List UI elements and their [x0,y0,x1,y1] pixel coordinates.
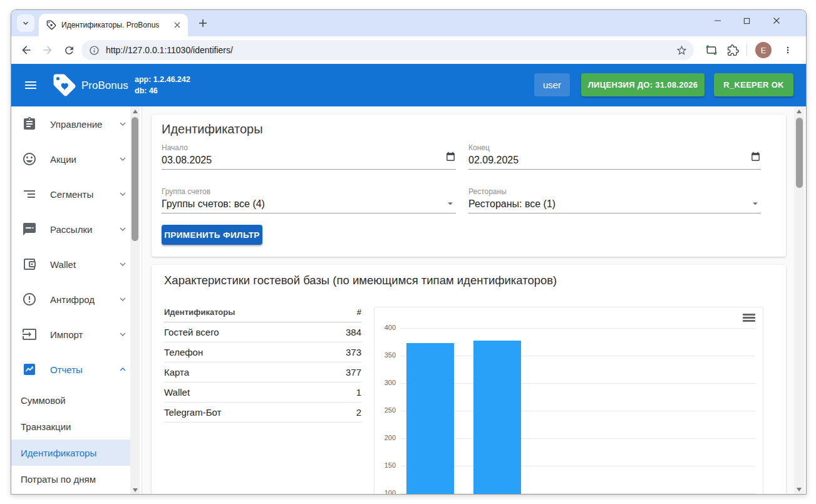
new-tab-button[interactable] [195,16,210,31]
sidebar-item-akcii[interactable]: Акции [11,141,142,177]
profile-avatar[interactable]: E [755,42,772,58]
chevron-up-icon [118,364,128,374]
app-header: ProBonus app: 1.2.46.242 db: 46 user ЛИЦ… [11,64,806,106]
bookmark-star-icon[interactable] [676,44,688,56]
table-header-count: # [357,307,361,317]
date-start-field[interactable]: Начало 03.08.2025 [162,143,456,152]
page-scrollbar[interactable] [794,106,804,495]
account-groups-value: Группы счетов: все (4) [162,198,265,210]
refresh-button[interactable] [60,41,78,59]
chart-ytick-label: 200 [374,434,396,441]
sidebar-item-antifraud[interactable]: Антифрод [11,282,142,317]
chevron-down-icon [118,189,128,199]
sidebar-item-label: Импорт [50,329,83,340]
site-info-icon [89,45,100,56]
message-icon [22,222,37,237]
scroll-down-arrow[interactable] [130,485,140,495]
window-close-button[interactable] [763,10,790,31]
chevron-down-icon [118,154,128,164]
date-end-field[interactable]: Конец 02.09.2025 [468,143,761,152]
maximize-icon [743,18,750,24]
chevron-down-icon [21,19,30,28]
back-button[interactable] [18,41,35,59]
scroll-up-arrow[interactable] [130,106,140,116]
arrow-forward-icon [41,44,54,56]
chart-ytick-label: 150 [374,461,396,469]
report-card: Характеристики гостевой базы (по имеющим… [152,265,786,495]
calendar-icon[interactable] [750,152,761,165]
browser-menu-button[interactable] [779,41,797,59]
arrow-back-icon [20,44,33,56]
address-bar[interactable]: http://127.0.0.1:11030/identifiers/ [81,40,694,60]
frame-capture-icon [705,44,718,56]
sidebar-item-label: Управление [50,119,102,130]
sidebar-item-otchety[interactable]: Отчеты [11,352,142,387]
field-label: Рестораны [468,187,761,196]
sidebar-item-upravlenie[interactable]: Управление [11,106,142,141]
tab-favicon-tag-icon [46,20,56,30]
sidebar-scrollbar[interactable] [130,106,140,495]
row-value: 1 [356,387,361,398]
sidebar-toggle-button[interactable] [23,78,39,93]
window-minimize-button[interactable] [704,10,731,31]
calendar-icon[interactable] [445,152,456,165]
import-icon [22,327,37,342]
sidebar-item-wallet[interactable]: Wallet [11,247,142,282]
row-label: Telegram-Бот [164,407,221,418]
chart-context-menu-button[interactable] [743,314,755,324]
chevron-down-icon [118,329,128,339]
date-start-value: 03.08.2025 [162,155,212,166]
chevron-down-icon [118,119,128,129]
sidebar-subitem-summovoj[interactable]: Суммовой [11,387,130,413]
table-row: Телефон 373 [164,342,361,363]
window-maximize-button[interactable] [733,10,760,31]
account-groups-select[interactable]: Группа счетов Группы счетов: все (4) [162,187,456,196]
url-text: http://127.0.0.1:11030/identifiers/ [106,45,676,55]
sidebar-item-import[interactable]: Импорт [11,317,142,352]
row-value: 2 [356,407,361,418]
rkeeper-status-button[interactable]: R_KEEPER OK [714,73,793,96]
section-title: Характеристики гостевой базы (по имеющим… [164,274,557,287]
toolbar-divider [746,44,747,56]
table-row: Карта 377 [164,363,361,383]
chart-container: 400350300250200150100500 [374,307,763,495]
apply-filter-button[interactable]: ПРИМЕНИТЬ ФИЛЬТР [162,225,262,245]
page-content: Управление Акции Сегменты Рассылки Walle [11,106,806,495]
sidebar-item-rassylki[interactable]: Рассылки [11,212,142,247]
table-row: Wallet 1 [164,383,361,403]
tab-close-icon[interactable] [172,19,183,31]
row-value: 384 [346,327,361,337]
alert-circle-icon [22,292,37,307]
table-header-identifiers: Идентификаторы [164,307,235,317]
tab-search-button[interactable] [17,14,34,32]
sidebar-item-label: Отчеты [50,364,83,375]
extensions-button[interactable] [724,41,741,59]
hamburger-icon [23,78,38,93]
user-button[interactable]: user [534,73,570,96]
sidebar: Управление Акции Сегменты Рассылки Walle [11,106,142,495]
scrollbar-thumb[interactable] [132,117,138,241]
sidebar-subitem-potraty-po-dnyam[interactable]: Потраты по дням [11,466,130,492]
smiley-icon [22,152,37,167]
restaurants-select[interactable]: Рестораны Рестораны: все (1) [468,187,761,196]
db-version-line: db: 46 [135,85,190,96]
screenshot-frame-button[interactable] [703,41,720,59]
sidebar-subitem-identifikatory[interactable]: Идентификаторы [11,440,130,466]
scroll-down-arrow[interactable] [794,485,804,495]
chart-plot: 400350300250200150100500 [374,307,763,495]
browser-toolbar: http://127.0.0.1:11030/identifiers/ E [11,36,806,64]
sidebar-subitem-tranzakcii[interactable]: Транзакции [11,413,130,440]
restaurants-value: Рестораны: все (1) [468,198,555,210]
scrollbar-thumb[interactable] [796,118,803,188]
scroll-up-arrow[interactable] [794,106,804,116]
browser-tab[interactable]: Идентификаторы. ProBonus [39,14,188,36]
forward-button[interactable] [39,41,56,59]
probonus-logo [51,72,78,98]
chart-gridline [401,328,755,329]
sidebar-item-segmenty[interactable]: Сегменты [11,177,142,212]
table-row: Telegram-Бот 2 [164,403,361,423]
license-button[interactable]: ЛИЦЕНЗИЯ ДО: 31.08.2026 [581,73,705,96]
row-value: 373 [346,347,361,357]
sidebar-item-label: Wallet [50,259,76,270]
tab-strip: Идентификаторы. ProBonus [11,10,806,36]
